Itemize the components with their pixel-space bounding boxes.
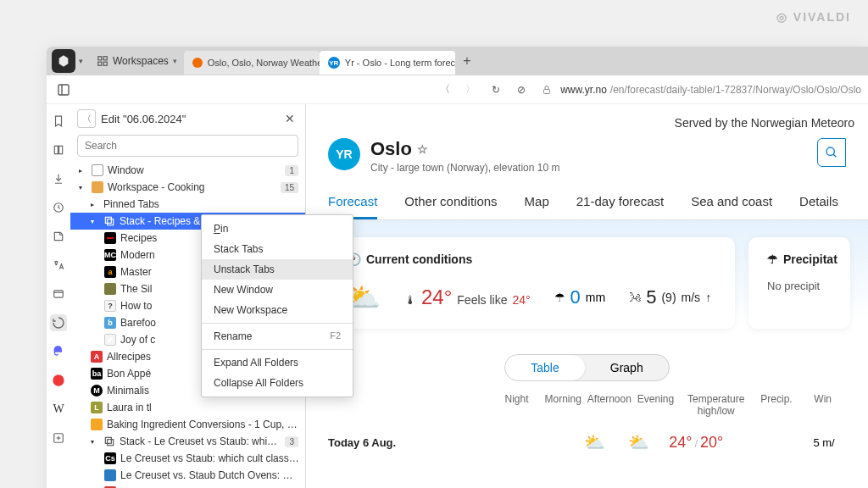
reload-button[interactable]: ↻ (484, 78, 508, 102)
block-icon[interactable]: ⊘ (509, 78, 533, 102)
addr-path: /en/forecast/daily-table/1-72837/Norway/… (610, 84, 861, 96)
window-icon[interactable] (50, 286, 67, 302)
favicon (104, 283, 116, 295)
tree-stack-lecreuset[interactable]: ▾Stack - Le Creuset vs Staub: which cult… (70, 433, 305, 450)
workspace-icon (92, 181, 103, 193)
wind-unit: m/s (682, 291, 701, 304)
history-icon[interactable] (50, 199, 67, 216)
workspaces-button[interactable]: Workspaces (90, 52, 184, 70)
row-wind: 5 m/ (802, 436, 846, 449)
tab-21day[interactable]: 21-day forecast (576, 194, 664, 219)
favicon-yr: YR (328, 57, 340, 69)
toggle-graph[interactable]: Graph (585, 355, 669, 380)
forecast-row-today[interactable]: Today 6 Aug. ⛅ ⛅ 24°/20° 5 m/ (328, 424, 846, 461)
favorite-star-icon[interactable]: ☆ (417, 142, 428, 156)
wikipedia-icon[interactable]: W (50, 401, 67, 418)
yr-logo: YR (328, 138, 360, 170)
feels-value: 24° (512, 293, 530, 307)
ctx-expand-all[interactable]: Expand All Folders (202, 352, 353, 373)
tree-item[interactable]: CsLe Creuset vs Staub: which cult classi… (70, 450, 305, 467)
col-precip: Precip. (754, 393, 800, 417)
forecast-tabs: Forecast Other conditions Map 21-day for… (306, 182, 868, 220)
feels-label: Feels like (457, 293, 507, 307)
temp-value: 24° (421, 286, 452, 309)
addr-host: www.yr.no (560, 84, 607, 96)
stack-icon (103, 435, 115, 447)
svg-line-19 (833, 154, 836, 157)
precip-value: 0 (570, 286, 581, 308)
row-label: Today 6 Aug. (328, 436, 485, 449)
vivaldi-menu-button[interactable] (52, 49, 75, 73)
back-button[interactable]: 〈 (433, 78, 457, 102)
col-morning: Morning (540, 393, 587, 417)
tree-item[interactable]: Le Creuset vs. Staub Dutch Ovens: Which … (70, 467, 305, 484)
current-conditions-card: 🕐Current conditions ⛅ 🌡 24° Feels like 2… (328, 237, 735, 329)
favicon: ba (91, 368, 103, 380)
col-wind: Win (799, 393, 846, 417)
col-night: Night (493, 393, 540, 417)
svg-rect-2 (98, 62, 102, 65)
ctx-pin[interactable]: Pin (202, 219, 353, 239)
svg-rect-1 (103, 57, 107, 60)
wind-icon: 🌬 (629, 291, 641, 304)
menu-dropdown-icon[interactable]: ▾ (79, 57, 83, 65)
reading-list-icon[interactable] (50, 141, 67, 158)
ctx-stack[interactable]: Stack Tabs (202, 239, 353, 259)
translate-icon[interactable] (50, 257, 67, 274)
svg-rect-0 (98, 57, 102, 60)
tab-yr-oslo[interactable]: YR Yr - Oslo - Long term foreca (320, 51, 455, 75)
downloads-icon[interactable] (50, 170, 67, 187)
svg-rect-3 (103, 62, 107, 65)
svg-rect-14 (105, 217, 111, 223)
panel-search-input[interactable] (77, 135, 298, 157)
svg-rect-16 (105, 437, 111, 443)
tab-bar: ▾ Workspaces Oslo, Oslo, Norway Weathe Y… (47, 47, 868, 75)
lock-icon (535, 78, 559, 102)
tab-label: Yr - Oslo - Long term foreca (345, 58, 455, 68)
tree-window[interactable]: ▸Window1 (70, 162, 305, 179)
forward-button[interactable]: 〉 (459, 78, 482, 102)
tab-oslo-weather[interactable]: Oslo, Oslo, Norway Weathe (184, 51, 320, 75)
ctx-new-window[interactable]: New Window (202, 280, 353, 300)
ctx-unstack[interactable]: Unstack Tabs (202, 259, 353, 280)
nav-bar: 〈 〉 ↻ ⊘ www.yr.no/en/forecast/daily-tabl… (47, 75, 868, 104)
tab-sea[interactable]: Sea and coast (691, 194, 772, 219)
panel-back-button[interactable]: 〈 (77, 109, 96, 128)
tab-details[interactable]: Details (799, 194, 838, 219)
sessions-icon[interactable] (50, 314, 67, 331)
umbrella-icon: ☂ (767, 252, 778, 266)
tree-pinned[interactable]: ▸Pinned Tabs (70, 196, 305, 213)
favicon-orange (192, 58, 203, 68)
tree-item[interactable]: LLaura in tl (70, 399, 305, 416)
tree-cooking[interactable]: ▾Workspace - Cooking15 (70, 179, 305, 196)
ctx-new-workspace[interactable]: New Workspace (202, 300, 353, 320)
view-toggle: Table Graph (504, 354, 669, 381)
thermometer-icon: 🌡 (404, 293, 416, 307)
bookmarks-icon[interactable] (50, 113, 67, 130)
mastodon-icon[interactable] (50, 343, 67, 360)
tree-item[interactable]: Baking Ingredient Conversions - 1 Cup, 1… (70, 416, 305, 433)
vivaldi-logo: VIVALDI (776, 10, 851, 24)
ctx-rename[interactable]: RenameF2 (202, 326, 353, 347)
panel-toggle-icon[interactable] (53, 80, 74, 100)
address-bar[interactable]: www.yr.no/en/forecast/daily-table/1-7283… (560, 84, 861, 96)
vivaldi-red-icon[interactable] (50, 372, 67, 389)
tab-other[interactable]: Other conditions (404, 194, 497, 219)
toggle-table[interactable]: Table (505, 355, 584, 380)
svg-rect-17 (108, 440, 114, 446)
col-temp: Temperature high/low (679, 393, 754, 417)
notes-icon[interactable] (50, 228, 67, 245)
city-subtitle: City - large town (Norway), elevation 10… (370, 162, 559, 174)
panel-close-button[interactable]: ✕ (281, 112, 298, 125)
forecast-table: Night Morning Afternoon Evening Temperat… (306, 393, 868, 461)
tab-map[interactable]: Map (525, 194, 549, 219)
add-panel-icon[interactable] (50, 430, 67, 446)
svg-rect-6 (544, 89, 550, 93)
wind-value: 5 (646, 286, 656, 308)
workspaces-label: Workspaces (113, 55, 169, 67)
context-menu: Pin Stack Tabs Unstack Tabs New Window N… (201, 214, 353, 397)
new-tab-button[interactable]: + (455, 53, 479, 69)
ctx-collapse-all[interactable]: Collapse All Folders (202, 373, 353, 393)
search-button[interactable] (817, 138, 846, 167)
tree-item[interactable]: Staub vs. Le Creuset: Tested and Reviewe… (70, 484, 305, 488)
